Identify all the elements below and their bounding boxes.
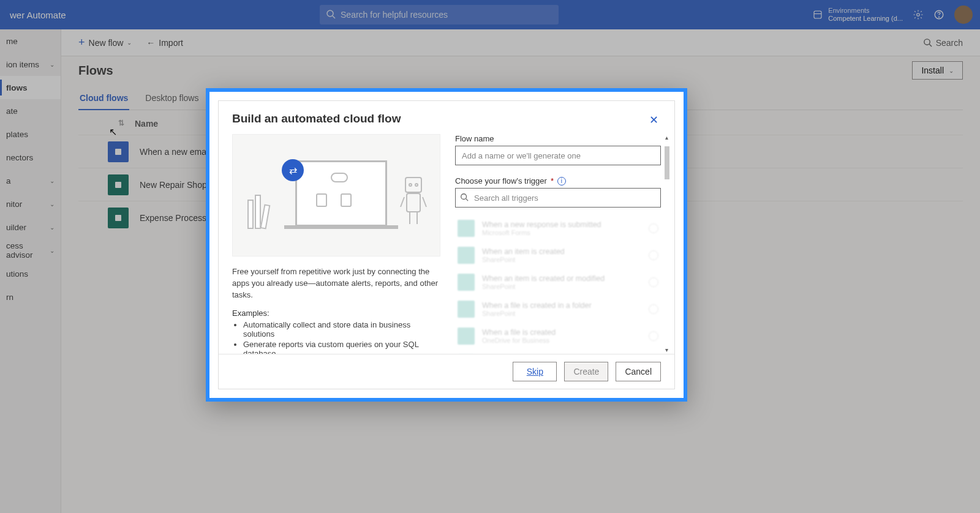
trigger-subtitle: OneDrive for Business	[482, 337, 556, 344]
trigger-title: When a new response is submitted	[482, 220, 601, 229]
trigger-list: When a new response is submittedMicrosof…	[455, 215, 661, 354]
scroll-thumb[interactable]	[665, 146, 669, 179]
trigger-subtitle: SharePoint	[482, 310, 592, 317]
flow-name-label: Flow name	[455, 134, 661, 143]
trigger-title: When a file is created in a folder	[482, 301, 592, 310]
info-icon[interactable]	[649, 331, 658, 341]
trigger-item[interactable]: When an item is created or modifiedShare…	[455, 269, 661, 296]
scroll-down-icon[interactable]: ▾	[663, 346, 669, 354]
dialog-right-panel: Flow name Choose your flow's trigger* i …	[455, 134, 661, 354]
trigger-item[interactable]: When a task is assigned to mePlanner	[455, 350, 661, 354]
trigger-connector-icon	[458, 274, 475, 291]
trigger-search-input[interactable]	[455, 188, 661, 208]
close-button[interactable]: ✕	[647, 112, 661, 128]
search-icon	[460, 193, 469, 201]
info-icon[interactable]	[649, 250, 658, 260]
svg-line-16	[423, 197, 426, 207]
scroll-up-icon[interactable]: ▴	[663, 134, 669, 141]
trigger-subtitle: SharePoint	[482, 283, 605, 290]
info-icon[interactable]	[649, 304, 658, 314]
scrollbar[interactable]: ▴ ▾	[663, 134, 669, 354]
trigger-label: Choose your flow's trigger* i	[455, 176, 661, 185]
example-item: Generate reports via custom queries on y…	[243, 340, 440, 354]
flow-name-input[interactable]	[455, 146, 661, 165]
skip-button[interactable]: Skip	[513, 362, 557, 381]
example-item: Automatically collect and store data in …	[243, 320, 440, 339]
examples-label: Examples:	[232, 309, 440, 318]
dialog-description: Free yourself from repetitive work just …	[232, 266, 440, 301]
trigger-title: When an item is created	[482, 247, 565, 256]
mouse-cursor: ↖	[109, 126, 117, 138]
trigger-subtitle: SharePoint	[482, 256, 565, 263]
info-icon[interactable]: i	[557, 177, 566, 185]
trigger-item[interactable]: When a file is createdOneDrive for Busin…	[455, 323, 661, 350]
dialog-footer: Skip Create Cancel	[219, 354, 674, 389]
svg-line-15	[401, 197, 404, 207]
cancel-button[interactable]: Cancel	[616, 362, 661, 381]
svg-rect-14	[407, 193, 420, 212]
svg-point-12	[409, 184, 412, 186]
dialog-highlight-frame: Build an automated cloud flow ✕ Free yo	[206, 88, 687, 402]
svg-rect-11	[405, 178, 421, 192]
trigger-item[interactable]: When a file is created in a folderShareP…	[455, 296, 661, 323]
flow-icon	[282, 159, 304, 181]
trigger-item[interactable]: When a new response is submittedMicrosof…	[455, 215, 661, 242]
build-flow-dialog: Build an automated cloud flow ✕ Free yo	[218, 100, 675, 389]
trigger-connector-icon	[458, 301, 475, 318]
dialog-left-panel: Free yourself from repetitive work just …	[232, 134, 440, 354]
svg-point-13	[415, 184, 418, 186]
info-icon[interactable]	[649, 223, 658, 233]
trigger-item[interactable]: When an item is createdSharePoint	[455, 242, 661, 269]
trigger-title: When an item is created or modified	[482, 274, 605, 283]
svg-line-20	[466, 199, 469, 201]
trigger-title: When a file is created	[482, 328, 556, 337]
trigger-connector-icon	[458, 328, 475, 345]
trigger-connector-icon	[458, 220, 475, 237]
dialog-title: Build an automated cloud flow	[232, 112, 401, 125]
svg-point-19	[461, 194, 467, 200]
trigger-subtitle: Microsoft Forms	[482, 229, 601, 236]
trigger-connector-icon	[458, 247, 475, 264]
create-button[interactable]: Create	[564, 362, 608, 381]
info-icon[interactable]	[649, 277, 658, 287]
dialog-illustration	[232, 134, 440, 256]
